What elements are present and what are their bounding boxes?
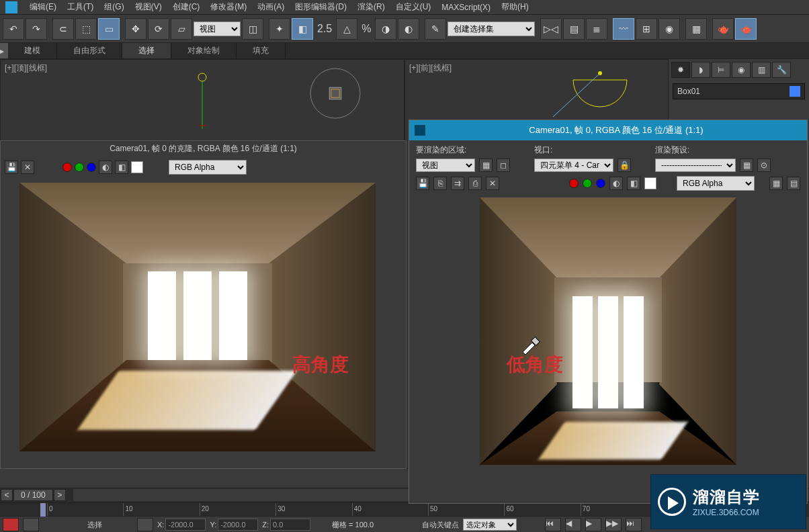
link-button[interactable]: ⊂	[52, 18, 74, 40]
modify-tab[interactable]: ◗	[691, 62, 710, 78]
viewcube-top[interactable]	[306, 64, 365, 123]
render-prod-button[interactable]: 🫖	[735, 18, 757, 40]
play-next-button[interactable]: ▶▶	[605, 518, 622, 531]
maxscript-listener-button[interactable]	[3, 518, 19, 531]
rotate-button[interactable]: ⟳	[148, 18, 169, 40]
time-slider-head[interactable]	[40, 503, 46, 517]
preset-select[interactable]: --------------------------	[655, 159, 736, 172]
channel-red-button[interactable]	[62, 163, 72, 172]
percent-snap-button[interactable]: ◑	[375, 18, 396, 40]
timeline-frame-display[interactable]: 0 / 100	[13, 489, 53, 501]
alpha-button-2[interactable]: ◐	[609, 177, 623, 190]
channel-blue-button[interactable]	[87, 163, 96, 172]
ribbon-toggle[interactable]: ▸	[0, 43, 8, 58]
angle-snap-button[interactable]: △	[336, 18, 357, 40]
save-image-button-2[interactable]: 💾	[416, 177, 429, 190]
toggle-ui-button[interactable]: ▤	[787, 177, 800, 190]
object-color-swatch[interactable]	[790, 86, 800, 97]
status-lock-button[interactable]	[23, 518, 39, 531]
menu-group[interactable]: 组(G)	[99, 0, 129, 14]
ribbon-tab-paint[interactable]: 对象绘制	[171, 43, 237, 58]
play-start-button[interactable]: ⏮	[545, 518, 561, 531]
layers-button[interactable]: ≣	[586, 18, 607, 40]
select-region-button[interactable]: ▭	[98, 18, 120, 40]
app-icon[interactable]	[5, 1, 17, 13]
mono-button[interactable]: ◧	[115, 161, 128, 174]
x-input[interactable]	[165, 519, 206, 531]
channel-blue-button-2[interactable]	[596, 179, 605, 188]
copy-button[interactable]: ⎘	[433, 177, 447, 190]
close-button[interactable]: ✕	[21, 161, 34, 174]
isolate-button[interactable]	[137, 518, 153, 531]
named-sel-button[interactable]: ✎	[425, 18, 446, 40]
menu-customize[interactable]: 自定义(U)	[390, 0, 437, 14]
mono-button-2[interactable]: ◧	[627, 177, 640, 190]
menu-tools[interactable]: 工具(T)	[62, 0, 99, 14]
ribbon-tab-selection[interactable]: 选择	[122, 43, 171, 58]
channel-green-button-2[interactable]	[583, 179, 592, 188]
region-edit-button[interactable]: ▦	[479, 159, 493, 172]
menu-view[interactable]: 视图(V)	[130, 0, 167, 14]
redo-button[interactable]: ↷	[26, 18, 47, 40]
utilities-tab[interactable]: 🔧	[772, 62, 791, 78]
pivot-button[interactable]: ◫	[242, 18, 263, 40]
timeline-prev-button[interactable]: <	[1, 489, 13, 501]
display-tab[interactable]: ▥	[752, 62, 771, 78]
viewport-select[interactable]: 四元菜单 4 - Cam	[534, 159, 613, 172]
object-name-field[interactable]: Box01	[673, 83, 805, 99]
play-prev-button[interactable]: ◀	[565, 518, 581, 531]
curve-editor-button[interactable]: 〰	[613, 18, 634, 40]
menu-edit[interactable]: 编辑(E)	[24, 0, 62, 14]
viewport-top-label[interactable]: [+][顶][线框]	[5, 62, 47, 74]
alpha-button[interactable]: ◐	[99, 161, 112, 174]
clear-button-2[interactable]	[644, 177, 656, 189]
snap-toggle-button[interactable]: ◧	[292, 18, 313, 40]
overlay-button[interactable]: ▦	[769, 177, 783, 190]
select-manip-button[interactable]: ✦	[269, 18, 290, 40]
select-button[interactable]: ⬚	[75, 18, 97, 40]
env-button[interactable]: ⊙	[757, 159, 771, 172]
ribbon-tab-modeling[interactable]: 建模	[8, 43, 57, 58]
menu-maxscript[interactable]: MAXScript(X)	[436, 1, 496, 13]
render-setup-button-2[interactable]: ▦	[740, 159, 753, 172]
ref-coord-select[interactable]: 视图	[194, 21, 241, 36]
spinner-snap-button[interactable]: ◐	[398, 18, 419, 40]
channel-green-button[interactable]	[75, 163, 84, 172]
channel-select-left[interactable]: RGB Alpha	[169, 160, 247, 175]
area-select[interactable]: 视图	[416, 159, 475, 172]
create-tab[interactable]: ✹	[671, 62, 690, 78]
scale-button[interactable]: ▱	[171, 18, 192, 40]
close-button-2[interactable]: ✕	[486, 177, 499, 190]
autokey-label[interactable]: 自动关键点	[422, 520, 459, 530]
ribbon-tab-freeform[interactable]: 自由形式	[57, 43, 122, 58]
play-button[interactable]: ▶	[585, 518, 601, 531]
render-setup-button[interactable]: ▦	[685, 18, 707, 40]
material-editor-button[interactable]: ◉	[658, 18, 680, 40]
z-input[interactable]	[270, 519, 310, 531]
play-end-button[interactable]: ⏭	[626, 518, 642, 531]
menu-rendering[interactable]: 渲染(R)	[352, 0, 390, 14]
print-button[interactable]: ⎙	[468, 177, 482, 190]
selection-set-select[interactable]: 创建选择集	[448, 21, 535, 36]
mirror-button[interactable]: ▷◁	[540, 18, 562, 40]
menu-create[interactable]: 创建(C)	[167, 0, 206, 14]
keyfilter-select[interactable]: 选定对象	[463, 519, 517, 531]
menu-modifiers[interactable]: 修改器(M)	[205, 0, 252, 14]
channel-select-right[interactable]: RGB Alpha	[677, 176, 755, 191]
region-auto-button[interactable]: ◻	[497, 159, 510, 172]
move-button[interactable]: ✥	[125, 18, 146, 40]
menu-help[interactable]: 帮助(H)	[496, 0, 534, 14]
channel-red-button-2[interactable]	[569, 179, 579, 188]
menu-graph-editors[interactable]: 图形编辑器(D)	[290, 0, 352, 14]
clone-button[interactable]: ⇉	[451, 177, 464, 190]
menu-animation[interactable]: 动画(A)	[252, 0, 290, 14]
ribbon-tab-populate[interactable]: 填充	[237, 43, 286, 58]
undo-button[interactable]: ↶	[3, 18, 24, 40]
timeline-next-button[interactable]: >	[54, 489, 66, 501]
dialog-titlebar[interactable]: Camera01, 帧 0, RGBA 颜色 16 位/通道 (1:1)	[409, 120, 807, 140]
y-input[interactable]	[218, 519, 258, 531]
render-frame-button[interactable]: 🫖	[712, 18, 734, 40]
schematic-button[interactable]: ⊞	[636, 18, 657, 40]
lock-viewport-button[interactable]: 🔒	[618, 159, 631, 172]
clear-button[interactable]	[131, 161, 143, 173]
